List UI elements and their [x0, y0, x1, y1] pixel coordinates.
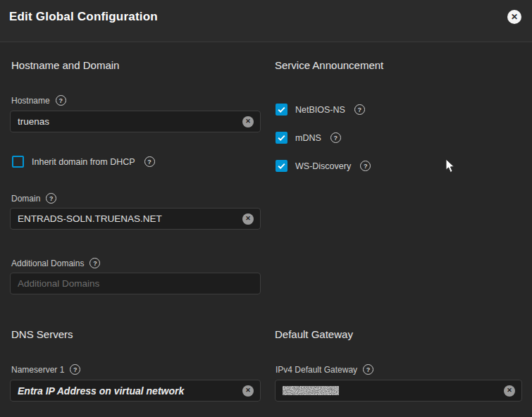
- check-icon: [277, 161, 286, 170]
- nameserver1-field-wrap: ✕: [10, 380, 261, 402]
- section-service-announcement: Service Announcement: [275, 59, 383, 71]
- domain-input[interactable]: [11, 208, 242, 229]
- help-icon[interactable]: ?: [46, 193, 56, 204]
- clear-icon[interactable]: ✕: [242, 213, 254, 225]
- domain-field-wrap: ✕: [10, 208, 261, 230]
- ws-discovery-label: WS-Discovery: [295, 161, 351, 171]
- dialog-header: Edit Global Configuration ✕: [0, 0, 532, 42]
- additional-domains-input[interactable]: [11, 273, 260, 294]
- check-icon: [277, 133, 286, 142]
- help-icon[interactable]: ?: [144, 156, 155, 167]
- clear-icon[interactable]: ✕: [242, 116, 254, 127]
- clear-icon[interactable]: ✕: [504, 385, 515, 397]
- section-dns-servers: DNS Servers: [11, 328, 73, 340]
- domain-label: Domain: [11, 194, 40, 204]
- hostname-field-wrap: ✕: [10, 111, 261, 132]
- mouse-cursor: [445, 158, 455, 173]
- additional-domains-label-row: Additional Domains ?: [11, 258, 100, 268]
- redaction-noise: [283, 386, 339, 395]
- nameserver1-input[interactable]: [11, 380, 242, 401]
- hostname-label-row: Hostname ?: [11, 95, 66, 106]
- ws-discovery-row: WS-Discovery ?: [276, 160, 371, 172]
- ipv4-gateway-label-row: IPv4 Default Gateway ?: [276, 364, 373, 375]
- mdns-row: mDNS ?: [276, 132, 341, 144]
- help-icon[interactable]: ?: [360, 161, 371, 171]
- mdns-label: mDNS: [295, 133, 321, 143]
- domain-label-row: Domain ?: [11, 193, 56, 204]
- netbios-row: NetBIOS-NS ?: [276, 104, 365, 116]
- close-icon[interactable]: ✕: [507, 10, 521, 24]
- ipv4-gateway-label: IPv4 Default Gateway: [276, 365, 357, 375]
- inherit-dhcp-label: Inherit domain from DHCP: [32, 157, 135, 167]
- additional-domains-label: Additional Domains: [11, 259, 84, 268]
- check-icon: [277, 105, 286, 114]
- help-icon[interactable]: ?: [56, 95, 66, 106]
- hostname-input[interactable]: [11, 111, 242, 132]
- section-default-gateway: Default Gateway: [275, 328, 353, 340]
- help-icon[interactable]: ?: [363, 364, 373, 375]
- ws-discovery-checkbox[interactable]: [276, 160, 287, 172]
- clear-icon[interactable]: ✕: [242, 385, 254, 397]
- dialog-title: Edit Global Configuration: [9, 10, 158, 24]
- edit-global-configuration-dialog: { "dialog": { "title": "Edit Global Conf…: [0, 0, 532, 417]
- help-icon[interactable]: ?: [89, 258, 100, 268]
- netbios-checkbox[interactable]: [276, 104, 287, 116]
- help-icon[interactable]: ?: [354, 104, 365, 115]
- help-icon[interactable]: ?: [330, 132, 341, 143]
- additional-domains-field-wrap: [10, 273, 261, 294]
- inherit-dhcp-row: Inherit domain from DHCP ?: [12, 156, 155, 168]
- ipv4-gateway-redacted-value: [276, 386, 504, 395]
- inherit-dhcp-checkbox[interactable]: [12, 156, 24, 168]
- hostname-label: Hostname: [11, 96, 50, 106]
- section-hostname-and-domain: Hostname and Domain: [11, 59, 119, 71]
- help-icon[interactable]: ?: [70, 364, 80, 375]
- ipv4-gateway-field-wrap[interactable]: ✕: [275, 380, 522, 402]
- nameserver1-label: Nameserver 1: [11, 365, 64, 375]
- mdns-checkbox[interactable]: [276, 132, 287, 144]
- netbios-label: NetBIOS-NS: [295, 105, 345, 115]
- nameserver1-label-row: Nameserver 1 ?: [11, 364, 80, 375]
